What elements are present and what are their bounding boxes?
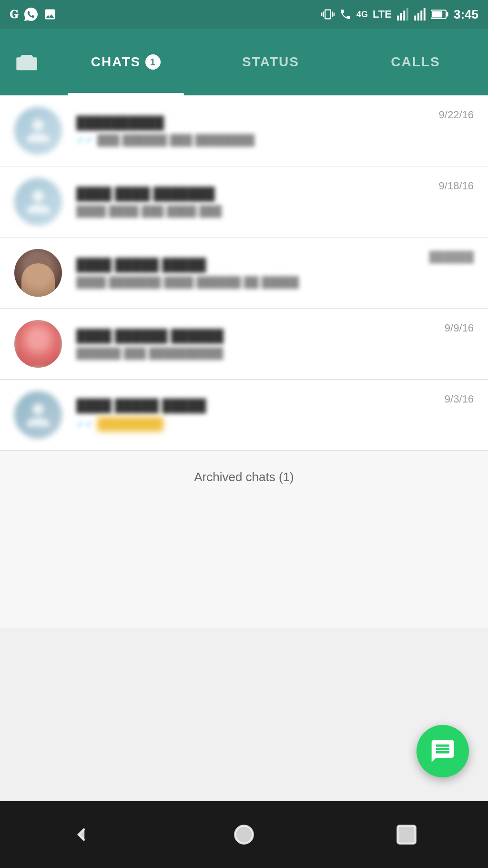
chat-name: ██████████ [76,115,439,130]
message-tick: ✓✓ [76,134,93,146]
signal-icon-2 [414,8,426,21]
avatar [14,107,62,155]
chat-name: ████ ██████ ██████ [76,329,445,343]
gallery-icon [43,8,57,21]
svg-rect-9 [446,12,448,17]
chat-preview: ✓✓ ███████ [76,417,445,432]
preview-text: ███ ██████ ███ ████████ [97,134,254,146]
tab-status[interactable]: STATUS [198,29,343,95]
home-icon [232,823,256,847]
chat-info: ████ ██████ ██████ ██████ ███ ██████████ [76,329,445,360]
whatsapp-status-icon [24,8,38,21]
archived-label: Archived chats (1) [194,470,294,484]
camera-button[interactable] [0,29,53,95]
tab-chats[interactable]: CHATS 1 [53,29,198,95]
chat-date: 9/22/16 [439,109,474,121]
message-tick: ✓✓ [76,418,93,431]
top-navigation: CHATS 1 STATUS CALLS [0,29,488,95]
svg-rect-7 [424,8,426,21]
chats-tab-label: CHATS [91,54,141,70]
chat-item[interactable]: ████ █████ █████ ████ ███████ ████ █████… [0,238,488,309]
camera-icon [14,50,39,74]
time-display: 3:45 [454,7,478,22]
chat-preview: ████ ████ ███ ████ ███ [76,205,439,217]
preview-text: ████ ███████ ████ ██████ ██ █████ [76,276,299,289]
recents-button[interactable] [387,816,426,854]
chat-preview: ✓✓ ███ ██████ ███ ████████ [76,134,439,146]
person-icon [24,187,52,216]
calls-tab-label: CALLS [391,54,440,70]
status-tab-label: STATUS [242,54,299,70]
call-icon [339,8,352,21]
chat-name: ████ ████ ███████ [76,186,439,201]
back-button[interactable] [62,816,101,854]
chat-name: ████ █████ █████ [76,258,429,272]
chat-date: 9/9/16 [445,322,474,334]
chat-info: ██████████ ✓✓ ███ ██████ ███ ████████ [76,115,439,146]
chat-item[interactable]: ████ █████ █████ ✓✓ ███████ 9/3/16 [0,380,488,451]
g-icon: 𝐆 [10,8,19,21]
preview-text: ████ ████ ███ ████ ███ [76,205,222,217]
battery-icon [431,9,449,20]
preview-text: ██████ ███ ██████████ [76,347,223,360]
vibrate-icon [321,8,335,21]
avatar [14,178,62,226]
avatar [14,320,62,368]
chat-name: ████ █████ █████ [76,398,445,413]
chat-list: ██████████ ✓✓ ███ ██████ ███ ████████ 9/… [0,95,488,451]
chats-badge: 1 [145,54,161,70]
tab-calls[interactable]: CALLS [343,29,488,95]
status-bar-right-icons: 4G LTE 3:45 [321,7,478,22]
chat-item[interactable]: ██████████ ✓✓ ███ ██████ ███ ████████ 9/… [0,95,488,166]
status-bar: 𝐆 4G LTE [0,0,488,29]
avatar [14,391,62,439]
nav-tabs-container: CHATS 1 STATUS CALLS [53,29,488,95]
chat-date: 9/18/16 [439,180,474,192]
svg-rect-6 [420,10,422,21]
chat-info: ████ █████ █████ ████ ███████ ████ █████… [76,258,429,289]
person-icon [24,401,52,429]
empty-area [0,504,488,628]
avatar [14,249,62,297]
chat-item[interactable]: ████ ████ ███████ ████ ████ ███ ████ ███… [0,166,488,238]
svg-rect-12 [398,826,416,844]
bottom-navigation [0,801,488,868]
compose-icon [429,738,456,765]
chat-date: 9/3/16 [445,393,474,405]
chat-preview: ██████ ███ ██████████ [76,347,445,360]
chat-item[interactable]: ████ ██████ ██████ ██████ ███ ██████████… [0,309,488,380]
lte-label: LTE [373,8,392,21]
svg-rect-0 [397,16,399,21]
recents-icon [395,823,418,847]
svg-point-11 [235,826,253,844]
back-icon [70,823,93,847]
chat-preview: ████ ███████ ████ ██████ ██ █████ [76,276,429,289]
status-bar-left-icons: 𝐆 [10,8,57,21]
svg-rect-1 [400,13,402,21]
svg-rect-2 [403,10,405,21]
chat-info: ████ ████ ███████ ████ ████ ███ ████ ███ [76,186,439,217]
preview-badge: ███████ [97,417,163,432]
network-type-4g: 4G [356,10,368,20]
chat-info: ████ █████ █████ ✓✓ ███████ [76,398,445,432]
home-button[interactable] [225,816,263,854]
new-chat-fab[interactable] [417,725,469,777]
archived-chats-row[interactable]: Archived chats (1) [0,451,488,504]
signal-icon-1 [396,8,409,21]
svg-rect-3 [407,8,408,21]
svg-rect-4 [414,16,416,21]
person-icon [24,116,52,145]
svg-rect-5 [417,13,419,21]
svg-rect-10 [432,11,442,17]
chat-date: ██████ [429,251,474,263]
